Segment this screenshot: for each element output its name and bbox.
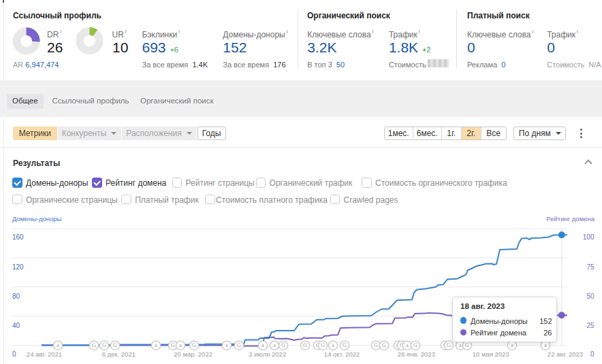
svg-text:a: a [511,342,513,348]
svg-text:a: a [57,342,59,348]
svg-text:G: G [321,342,325,348]
svg-text:G: G [237,342,241,348]
svg-text:a: a [225,342,228,348]
svg-text:a: a [273,342,276,348]
svg-text:G: G [102,342,106,348]
svg-text:G: G [343,342,347,348]
svg-text:G: G [303,342,307,348]
svg-text:G: G [465,342,469,348]
svg-text:G: G [192,342,196,348]
svg-text:G: G [382,342,386,348]
svg-text:a: a [332,342,334,348]
svg-text:G: G [447,342,451,348]
svg-text:G: G [413,342,417,348]
svg-text:a: a [155,342,157,348]
svg-text:a: a [406,342,409,348]
svg-text:a: a [262,342,264,348]
svg-text:G: G [171,342,175,348]
svg-text:a: a [179,342,182,348]
svg-text:G: G [113,342,117,348]
svg-text:G: G [281,342,285,348]
svg-text:a: a [459,342,462,348]
svg-text:a: a [544,342,547,348]
svg-text:G: G [374,342,378,348]
svg-text:G: G [92,342,96,348]
